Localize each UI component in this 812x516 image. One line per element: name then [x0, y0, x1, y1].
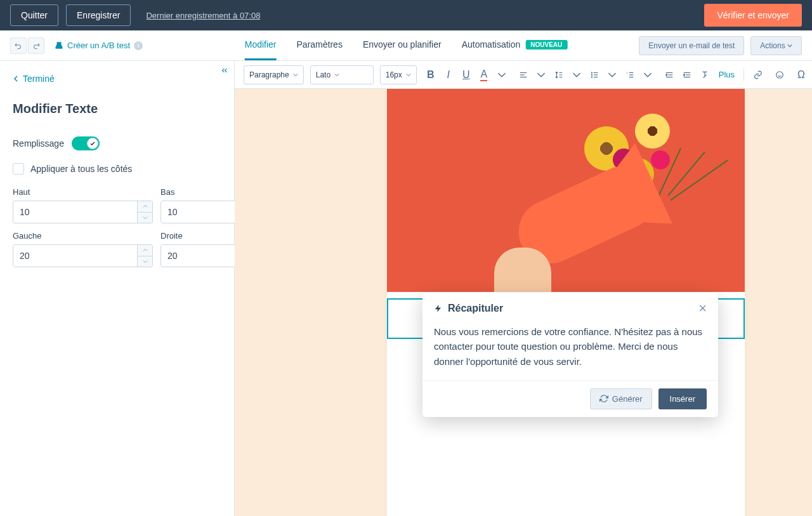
ol-chevron[interactable] [640, 67, 655, 83]
panel-title: Modifier Texte [13, 102, 221, 116]
top-input[interactable] [13, 201, 137, 223]
more-dropdown[interactable]: Plus [719, 70, 737, 79]
padding-label: Remplissage [13, 138, 64, 149]
top-label: Haut [13, 187, 153, 197]
align-icon[interactable] [516, 67, 531, 83]
svg-point-3 [591, 72, 592, 72]
toggle-knob [87, 138, 98, 149]
emoji-icon[interactable] [772, 67, 787, 83]
left-up[interactable] [138, 245, 152, 256]
send-test-button[interactable]: Envoyer un e-mail de test [639, 36, 744, 55]
left-stepper[interactable] [13, 244, 153, 267]
left-input[interactable] [13, 245, 137, 267]
lightning-icon [434, 304, 443, 313]
last-saved-link[interactable]: Dernier enregistrement à 07:08 [146, 11, 260, 20]
svg-point-5 [591, 76, 592, 77]
indent-icon[interactable] [679, 67, 695, 83]
info-icon: i [134, 41, 143, 50]
ab-test-label: Créer un A/B test [67, 41, 130, 50]
collapse-left-icon[interactable] [220, 66, 229, 77]
undo-button[interactable] [10, 37, 27, 54]
generate-button[interactable]: Générer [590, 388, 652, 409]
new-badge: NOUVEAU [525, 40, 567, 50]
left-label: Gauche [13, 231, 153, 241]
ab-test-link[interactable]: Créer un A/B test i [55, 41, 143, 50]
text-color-chevron[interactable] [494, 67, 509, 83]
italic-icon[interactable]: I [441, 67, 456, 83]
ol-icon[interactable]: 1 [622, 67, 638, 83]
paragraph-select[interactable]: Paragraphe [244, 65, 304, 84]
padding-toggle[interactable] [72, 136, 100, 150]
separator [743, 69, 744, 81]
back-label: Terminé [23, 74, 55, 84]
verify-send-button[interactable]: Vérifier et envoyer [704, 4, 802, 27]
tab-modifier[interactable]: Modifier [245, 30, 277, 60]
quit-button[interactable]: Quitter [10, 4, 58, 26]
left-down[interactable] [138, 256, 152, 267]
text-color-icon[interactable]: A [476, 67, 492, 83]
popup-title-text: Récapituler [448, 303, 503, 314]
clear-format-icon[interactable] [697, 67, 712, 83]
hero-image [387, 89, 745, 292]
apply-all-checkbox[interactable] [13, 163, 24, 175]
ul-chevron[interactable] [605, 67, 620, 83]
popup-body: Nous vous remercions de votre confiance.… [422, 324, 718, 380]
outdent-icon[interactable] [662, 67, 677, 83]
format-toolbar: Paragraphe Lato 16px B I U A 1 [235, 61, 812, 89]
ul-icon[interactable] [587, 67, 602, 83]
back-link[interactable]: Terminé [13, 74, 221, 84]
link-icon[interactable] [750, 67, 766, 83]
line-height-icon[interactable] [551, 67, 566, 83]
line-height-chevron[interactable] [569, 67, 584, 83]
special-char-icon[interactable]: Ω [794, 67, 809, 83]
top-stepper[interactable] [13, 201, 153, 223]
font-select[interactable]: Lato [310, 65, 374, 84]
bold-icon[interactable]: B [423, 67, 438, 83]
underline-icon[interactable]: U [459, 67, 474, 83]
svg-text:1: 1 [626, 71, 628, 74]
top-up[interactable] [138, 201, 152, 213]
left-panel: Terminé Modifier Texte Remplissage Appli… [0, 61, 235, 516]
size-select[interactable]: 16px [380, 65, 417, 84]
svg-point-4 [591, 74, 592, 75]
close-icon[interactable]: × [698, 301, 707, 315]
redo-button[interactable] [28, 37, 44, 54]
svg-point-19 [776, 71, 783, 78]
tab-automatisation[interactable]: Automatisation NOUVEAU [462, 30, 568, 60]
tab-automatisation-label: Automatisation [462, 39, 521, 50]
save-button[interactable]: Enregistrer [66, 4, 131, 26]
top-down[interactable] [138, 213, 152, 223]
actions-button[interactable]: Actions [750, 36, 802, 55]
align-chevron[interactable] [534, 67, 549, 83]
tab-envoyer[interactable]: Envoyer ou planifier [363, 30, 442, 60]
tab-parametres[interactable]: Paramètres [297, 30, 343, 60]
apply-all-label: Appliquer à tous les côtés [30, 164, 132, 174]
ai-popup: Récapituler × Nous vous remercions de vo… [422, 293, 718, 417]
insert-button[interactable]: Insérer [658, 388, 707, 409]
